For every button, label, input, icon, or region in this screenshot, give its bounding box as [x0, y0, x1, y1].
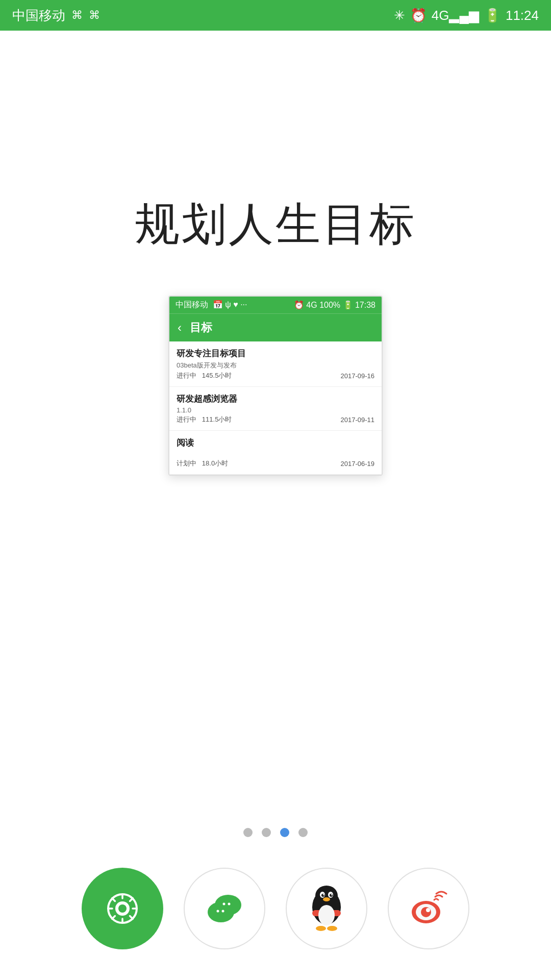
list-item[interactable]: 阅读 计划中 18.0小时 2017-06-19 [169, 431, 382, 475]
svg-point-14 [228, 903, 231, 905]
svg-line-9 [130, 898, 133, 901]
item-date-3: 2017-06-19 [341, 460, 375, 468]
alarm-icon: ⏰ [410, 8, 427, 23]
svg-point-29 [327, 926, 337, 931]
dot-3-active[interactable] [280, 828, 289, 837]
item-subtitle-2: 1.1.0 [177, 406, 374, 414]
screenshot-header: ‹ 目标 [169, 313, 382, 341]
svg-point-22 [330, 894, 333, 897]
wechat-svg [202, 886, 247, 932]
item-title-3: 阅读 [177, 437, 374, 449]
dot-4[interactable] [298, 828, 308, 837]
item-status-2: 进行中 111.5小时 [177, 415, 232, 424]
svg-line-8 [130, 916, 133, 919]
svg-point-25 [323, 897, 330, 901]
pagination-dots [243, 828, 308, 837]
item-subtitle-1: 03beta版开发与发布 [177, 361, 374, 370]
item-status-1: 进行中 145.5小时 [177, 371, 232, 380]
svg-point-33 [426, 908, 430, 912]
bottom-icons [82, 868, 469, 949]
screenshot-time: ⏰ 4G 100% 🔋 17:38 [294, 300, 375, 310]
item-row-2: 进行中 111.5小时 2017-09-11 [177, 415, 374, 424]
weibo-button[interactable] [388, 868, 469, 949]
page-title: 规划人生目标 [135, 194, 416, 255]
status-bar-left: 中国移动 ⌘ ⌘ [12, 7, 100, 24]
item-date-1: 2017-09-16 [341, 372, 375, 380]
screenshot-header-title: 目标 [190, 320, 212, 335]
svg-line-7 [112, 898, 115, 901]
carrier-label: 中国移动 [12, 7, 65, 24]
qq-svg [304, 880, 349, 937]
svg-point-12 [208, 902, 234, 922]
main-content: 规划人生目标 中国移动 📅 ψ ♥ ··· ⏰ 4G 100% 🔋 17:38 … [0, 31, 551, 980]
svg-point-24 [331, 894, 332, 895]
svg-line-10 [112, 916, 115, 919]
item-date-2: 2017-09-11 [341, 416, 375, 424]
weibo-svg [406, 886, 452, 932]
svg-point-16 [222, 910, 224, 913]
item-row-3: 计划中 18.0小时 2017-06-19 [177, 459, 374, 468]
phone-screenshot: 中国移动 📅 ψ ♥ ··· ⏰ 4G 100% 🔋 17:38 ‹ 目标 研发… [168, 296, 383, 476]
svg-point-13 [223, 903, 226, 905]
list-item[interactable]: 研发专注目标项目 03beta版开发与发布 进行中 145.5小时 2017-0… [169, 341, 382, 387]
svg-point-32 [421, 907, 431, 917]
item-status-3: 计划中 18.0小时 [177, 459, 228, 468]
usb-icon: ⌘ [71, 9, 83, 22]
svg-point-21 [321, 894, 324, 897]
svg-point-27 [318, 905, 335, 925]
svg-point-2 [118, 904, 127, 913]
status-bar: 中国移动 ⌘ ⌘ ✳ ⏰ 4G▂▄▆ 🔋 11:24 [0, 0, 551, 31]
svg-point-15 [217, 910, 219, 913]
eye-camera-svg [102, 888, 143, 929]
qq-button[interactable] [286, 868, 367, 949]
item-title-2: 研发超感浏览器 [177, 393, 374, 405]
wechat-button[interactable] [184, 868, 265, 949]
screenshot-body: 研发专注目标项目 03beta版开发与发布 进行中 145.5小时 2017-0… [169, 341, 382, 475]
usb-icon2: ⌘ [89, 9, 100, 22]
item-row-1: 进行中 145.5小时 2017-09-16 [177, 371, 374, 380]
dot-1[interactable] [243, 828, 253, 837]
bluetooth-icon: ✳ [394, 8, 405, 23]
screenshot-carrier: 中国移动 📅 ψ ♥ ··· [176, 300, 247, 310]
screenshot-statusbar: 中国移动 📅 ψ ♥ ··· ⏰ 4G 100% 🔋 17:38 [169, 297, 382, 313]
signal-icon: 4G▂▄▆ [432, 8, 479, 23]
status-bar-right: ✳ ⏰ 4G▂▄▆ 🔋 11:24 [394, 8, 539, 23]
item-title-1: 研发专注目标项目 [177, 348, 374, 359]
svg-point-23 [323, 894, 324, 895]
battery-icon: 🔋 [484, 8, 500, 23]
svg-point-18 [315, 886, 338, 906]
item-subtitle-3 [177, 450, 374, 458]
time-label: 11:24 [506, 8, 539, 23]
svg-point-28 [316, 926, 326, 931]
back-arrow-icon[interactable]: ‹ [178, 321, 182, 335]
dot-2[interactable] [262, 828, 271, 837]
list-item[interactable]: 研发超感浏览器 1.1.0 进行中 111.5小时 2017-09-11 [169, 387, 382, 431]
app-main-icon[interactable] [82, 868, 163, 949]
